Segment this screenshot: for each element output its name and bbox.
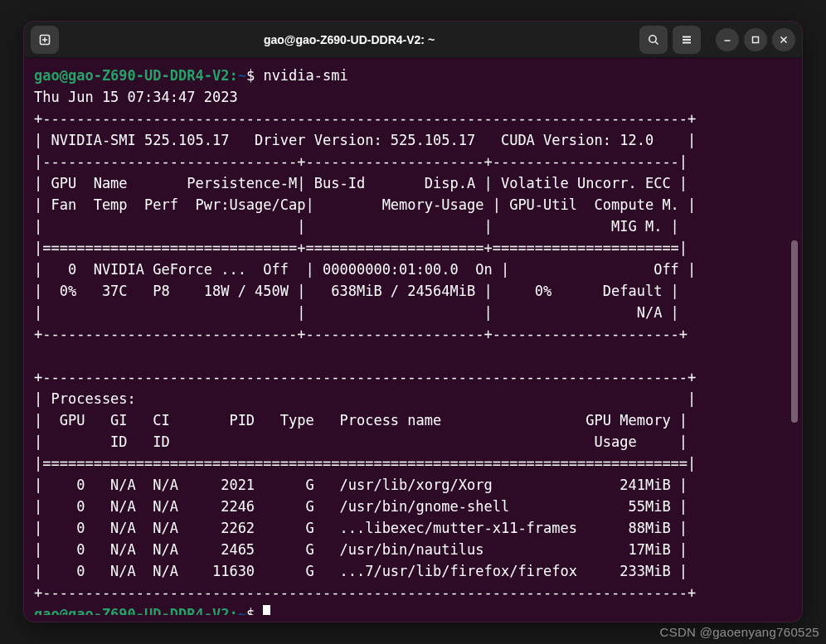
entered-command: nvidia-smi [263, 67, 347, 84]
titlebar: gao@gao-Z690-UD-DDR4-V2: ~ [24, 22, 802, 58]
close-button[interactable] [772, 28, 795, 51]
column-header: | GPU Name Persistence-M| Bus-Id Disp.A … [34, 175, 688, 191]
process-columns: | GPU GI CI PID Type Process name GPU Me… [34, 412, 688, 429]
prompt-path: ~ [238, 67, 246, 84]
terminal-body[interactable]: gao@gao-Z690-UD-DDR4-V2:~$ nvidia-smi Th… [24, 58, 802, 622]
process-row: | 0 N/A N/A 2262 G ...libexec/mutter-x11… [34, 520, 688, 536]
minimize-button[interactable] [716, 28, 739, 51]
gpu-row: | 0% 37C P8 18W / 450W | 638MiB / 24564M… [34, 283, 679, 299]
process-row: | 0 N/A N/A 2465 G /usr/bin/nautilus 17M… [34, 541, 688, 558]
gpu-row: | | | N/A | [34, 304, 679, 321]
gpu-row: | 0 NVIDIA GeForce ... Off | 00000000:01… [34, 261, 696, 278]
ascii-line: +---------------------------------------… [34, 110, 696, 127]
menu-button[interactable] [673, 26, 701, 54]
svg-line-4 [655, 41, 658, 44]
ascii-line: |=======================================… [34, 455, 696, 472]
process-row: | 0 N/A N/A 2021 G /usr/lib/xorg/Xorg 24… [34, 477, 688, 493]
process-row: | 0 N/A N/A 2246 G /usr/bin/gnome-shell … [34, 498, 688, 515]
ascii-line: |------------------------------+--------… [34, 153, 688, 170]
scrollbar-thumb[interactable] [791, 240, 798, 423]
cursor-block [263, 605, 270, 615]
output-timestamp: Thu Jun 15 07:34:47 2023 [34, 89, 238, 105]
terminal-window: gao@gao-Z690-UD-DDR4-V2: ~ [23, 21, 803, 622]
search-button[interactable] [639, 26, 668, 54]
processes-header: | Processes: | [34, 390, 696, 407]
column-header: | | | MIG M. | [34, 218, 679, 235]
prompt-path: ~ [238, 606, 246, 615]
process-columns: | ID ID Usage | [34, 433, 688, 450]
window-title: gao@gao-Z690-UD-DDR4-V2: ~ [64, 33, 634, 46]
ascii-line: +---------------------------------------… [34, 584, 696, 601]
column-header: | Fan Temp Perf Pwr:Usage/Cap| Memory-Us… [34, 196, 696, 213]
prompt-user-host: gao@gao-Z690-UD-DDR4-V2 [34, 67, 229, 84]
maximize-button[interactable] [744, 28, 767, 51]
nvidia-header: | NVIDIA-SMI 525.105.17 Driver Version: … [34, 132, 696, 148]
ascii-line: +---------------------------------------… [34, 369, 696, 385]
svg-point-3 [649, 35, 656, 41]
ascii-line: |==============================+========… [34, 240, 688, 256]
svg-rect-9 [753, 36, 759, 42]
terminal-output: gao@gao-Z690-UD-DDR4-V2:~$ nvidia-smi Th… [34, 65, 800, 615]
prompt-user-host: gao@gao-Z690-UD-DDR4-V2 [34, 606, 229, 615]
watermark-text: CSDN @gaoenyang760525 [660, 625, 820, 639]
process-row: | 0 N/A N/A 11630 G ...7/usr/lib/firefox… [34, 563, 688, 579]
ascii-line: +------------------------------+--------… [34, 326, 688, 342]
new-tab-button[interactable] [31, 26, 59, 54]
